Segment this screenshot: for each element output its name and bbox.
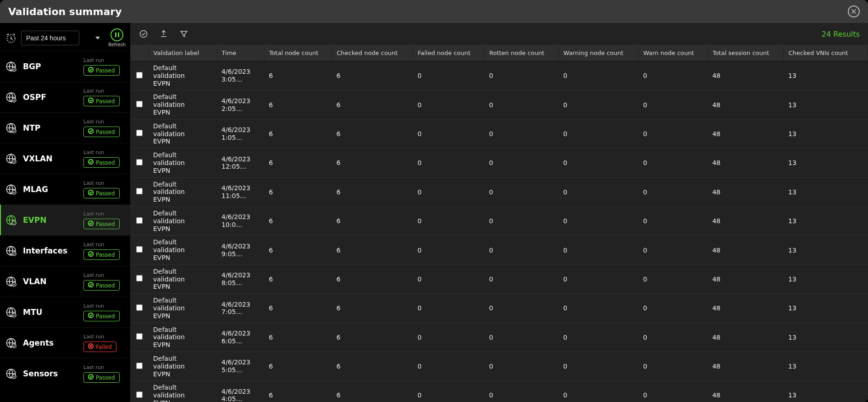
select-all-button[interactable]: [138, 29, 149, 39]
sidebar-list[interactable]: BGP Last run Passed OSPF Last run Passed…: [0, 51, 130, 402]
table-row[interactable]: Default validation EVPN 4/6/2023 4:05… 6…: [130, 381, 868, 402]
sidebar-item-sensors[interactable]: Sensors Last run Passed: [0, 358, 130, 389]
column-header[interactable]: Total node count: [264, 45, 332, 61]
sidebar-item-label: Sensors: [23, 369, 78, 378]
cell-failed-node: 0: [413, 90, 484, 119]
row-checkbox[interactable]: [136, 159, 143, 165]
cell-warn-node: 0: [638, 119, 708, 148]
table-row[interactable]: Default validation EVPN 4/6/2023 5:05… 6…: [130, 352, 868, 380]
sidebar-item-mlag[interactable]: MLAG Last run Passed: [0, 174, 130, 204]
sidebar: Past 24 hours Refresh BGP Last run Passe…: [0, 23, 130, 402]
filter-button[interactable]: [179, 29, 189, 39]
row-checkbox[interactable]: [136, 391, 143, 398]
cell-total-session: 48: [708, 61, 784, 90]
cell-total-session: 48: [708, 294, 784, 323]
sidebar-item-status: Last run Passed: [83, 57, 124, 76]
cell-time: 4/6/2023 8:05…: [221, 271, 254, 287]
column-header[interactable]: Failed node count: [413, 45, 484, 61]
cell-failed-node: 0: [413, 381, 484, 402]
sidebar-item-vlan[interactable]: VLAN Last run Passed: [0, 266, 130, 297]
cell-validation-label: Default validation EVPN: [153, 64, 204, 87]
column-header[interactable]: Warning node count: [558, 45, 638, 61]
status-badge-label: Passed: [96, 160, 115, 166]
cell-failed-node: 0: [413, 236, 484, 264]
time-range-select-wrap: Past 24 hours: [21, 31, 105, 45]
row-checkbox[interactable]: [136, 101, 143, 107]
sidebar-item-label: OSPF: [23, 93, 78, 102]
table-row[interactable]: Default validation EVPN 4/6/2023 10:0… 6…: [130, 206, 868, 235]
sidebar-item-interfaces[interactable]: Interfaces Last run Passed: [0, 235, 130, 266]
time-range-select[interactable]: Past 24 hours: [21, 31, 79, 45]
status-badge-label: Passed: [96, 374, 115, 381]
table-row[interactable]: Default validation EVPN 4/6/2023 7:05… 6…: [130, 294, 868, 323]
table-row[interactable]: Default validation EVPN 4/6/2023 12:05… …: [130, 149, 868, 177]
cell-checked-vnis: 13: [784, 264, 868, 293]
table-header: Validation labelTimeTotal node countChec…: [130, 45, 868, 61]
row-checkbox[interactable]: [136, 333, 143, 340]
cell-checked-node: 6: [332, 90, 413, 119]
table-row[interactable]: Default validation EVPN 4/6/2023 2:05… 6…: [130, 90, 868, 119]
close-button[interactable]: [848, 6, 860, 17]
sidebar-item-ntp[interactable]: NTP Last run Passed: [0, 112, 130, 143]
table-row[interactable]: Default validation EVPN 4/6/2023 11:05… …: [130, 177, 868, 206]
cell-rotten-node: 0: [484, 119, 558, 148]
sidebar-item-mtu[interactable]: MTU Last run Passed: [0, 297, 130, 327]
page-title: Validation summary: [8, 6, 848, 17]
column-header[interactable]: Rotten node count: [484, 45, 558, 61]
passed-icon: [88, 67, 94, 74]
row-checkbox[interactable]: [136, 275, 143, 281]
sidebar-item-vxlan[interactable]: VXLAN Last run Passed: [0, 143, 130, 174]
cell-rotten-node: 0: [484, 177, 558, 206]
cell-total-session: 48: [708, 352, 784, 380]
cell-failed-node: 0: [413, 119, 484, 148]
column-header[interactable]: Validation label: [149, 45, 217, 61]
cell-validation-label: Default validation EVPN: [153, 238, 204, 261]
table-row[interactable]: Default validation EVPN 4/6/2023 9:05… 6…: [130, 236, 868, 264]
cell-total-node: 6: [264, 206, 332, 235]
check-circle-icon: [139, 29, 148, 39]
refresh-button[interactable]: Refresh: [108, 28, 126, 47]
cell-total-session: 48: [708, 90, 784, 119]
row-checkbox[interactable]: [136, 72, 143, 78]
export-button[interactable]: [159, 29, 169, 39]
sidebar-item-ospf[interactable]: OSPF Last run Passed: [0, 82, 130, 112]
column-header[interactable]: Checked VNIs count: [784, 45, 868, 61]
row-checkbox[interactable]: [136, 304, 143, 311]
cell-failed-node: 0: [413, 294, 484, 323]
last-run-label: Last run: [83, 242, 104, 248]
column-header[interactable]: [130, 45, 149, 61]
cell-total-node: 6: [264, 119, 332, 148]
sidebar-item-agents[interactable]: Agents Last run Failed: [0, 327, 130, 358]
row-checkbox[interactable]: [136, 188, 143, 194]
cell-failed-node: 0: [413, 264, 484, 293]
cell-warn-node: 0: [638, 177, 708, 206]
results-count: 24 Results: [822, 30, 860, 39]
sidebar-item-evpn[interactable]: EVPN Last run Passed: [0, 204, 130, 235]
cell-warn-node: 0: [638, 61, 708, 90]
row-checkbox[interactable]: [136, 363, 143, 369]
table-row[interactable]: Default validation EVPN 4/6/2023 1:05… 6…: [130, 119, 868, 148]
last-run-label: Last run: [83, 211, 104, 217]
filter-icon: [179, 29, 188, 39]
last-run-label: Last run: [83, 272, 104, 278]
sidebar-item-status: Last run Passed: [83, 119, 124, 137]
results-table-scroll[interactable]: Validation labelTimeTotal node countChec…: [130, 45, 868, 402]
cell-total-session: 48: [708, 206, 784, 235]
column-header[interactable]: Total session count: [708, 45, 784, 61]
cell-checked-node: 6: [332, 352, 413, 380]
cell-warn-node: 0: [638, 294, 708, 323]
status-badge-label: Passed: [96, 190, 115, 197]
column-header[interactable]: Checked node count: [332, 45, 413, 61]
row-checkbox[interactable]: [136, 246, 143, 253]
row-checkbox[interactable]: [136, 217, 143, 224]
cell-warning-node: 0: [558, 149, 638, 177]
table-row[interactable]: Default validation EVPN 4/6/2023 8:05… 6…: [130, 264, 868, 293]
table-row[interactable]: Default validation EVPN 4/6/2023 3:05… 6…: [130, 61, 868, 90]
column-header[interactable]: Time: [217, 45, 264, 61]
cell-checked-vnis: 13: [784, 61, 868, 90]
sidebar-item-bgp[interactable]: BGP Last run Passed: [0, 51, 130, 82]
table-row[interactable]: Default validation EVPN 4/6/2023 6:05… 6…: [130, 323, 868, 352]
row-checkbox[interactable]: [136, 130, 143, 136]
status-badge: Failed: [83, 341, 116, 352]
column-header[interactable]: Warn node count: [638, 45, 708, 61]
